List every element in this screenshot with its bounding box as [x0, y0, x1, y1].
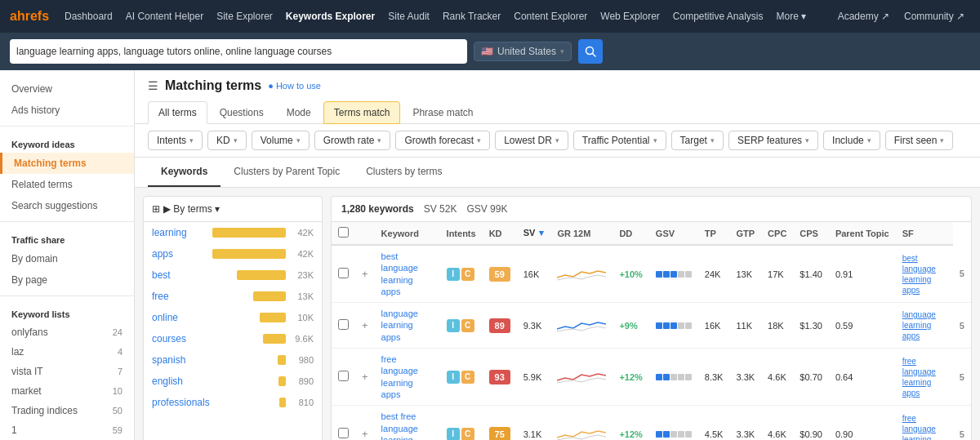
tab-phrase-match[interactable]: Phrase match	[402, 101, 483, 124]
sidebar-item-overview[interactable]: Overview	[0, 78, 134, 100]
view-tab-clusters-parent[interactable]: Clusters by Parent Topic	[220, 158, 353, 187]
filter-include[interactable]: Include ▾	[823, 131, 880, 150]
row-add-cell[interactable]: +	[355, 303, 375, 349]
search-input-wrap[interactable]	[10, 39, 467, 64]
keyword-link[interactable]: free language learning apps	[381, 354, 418, 399]
sidebar-item-laz[interactable]: laz 4	[0, 342, 134, 362]
sidebar-item-vista-it[interactable]: vista IT 7	[0, 362, 134, 381]
col-cps[interactable]: CPS	[793, 222, 829, 245]
add-button[interactable]: +	[362, 268, 368, 280]
sidebar-item-related-terms[interactable]: Related terms	[0, 174, 134, 195]
nav-academy[interactable]: Academy ↗	[832, 7, 895, 25]
col-keyword[interactable]: Keyword	[375, 222, 440, 245]
cluster-row[interactable]: apps 42K	[144, 243, 322, 264]
keyword-link[interactable]: language learning apps	[381, 309, 418, 342]
col-gsv[interactable]: GSV	[649, 222, 698, 245]
row-checkbox-cell[interactable]	[332, 303, 355, 349]
logo[interactable]: ahrefs	[10, 9, 49, 24]
tab-mode[interactable]: Mode	[276, 101, 322, 124]
row-checkbox[interactable]	[338, 371, 349, 381]
col-cpc[interactable]: CPC	[761, 222, 793, 245]
sidebar-item-by-domain[interactable]: By domain	[0, 248, 134, 269]
sidebar-item-onlyfans[interactable]: onlyfans 24	[0, 322, 134, 342]
select-all-checkbox[interactable]	[338, 227, 349, 238]
parent-topic-link[interactable]: best language learning apps	[902, 254, 936, 295]
add-button[interactable]: +	[362, 371, 368, 383]
row-checkbox[interactable]	[338, 428, 349, 438]
row-checkbox-cell[interactable]	[332, 349, 355, 406]
hamburger-icon[interactable]: ☰	[148, 79, 158, 92]
how-to-use-link[interactable]: ● How to use	[268, 81, 321, 91]
col-sf[interactable]: SF	[896, 222, 953, 245]
col-gr[interactable]: GR 12M	[550, 222, 612, 245]
sidebar-item-ads-history[interactable]: Ads history	[0, 100, 134, 121]
filter-lowest-dr[interactable]: Lowest DR ▾	[495, 131, 568, 150]
search-input[interactable]	[16, 46, 461, 57]
filter-serp-features[interactable]: SERP features ▾	[728, 131, 818, 150]
col-sv[interactable]: SV ▾	[517, 222, 551, 245]
add-button[interactable]: +	[362, 428, 368, 440]
filter-growth-forecast[interactable]: Growth forecast ▾	[395, 131, 490, 150]
sidebar-item-market[interactable]: market 10	[0, 381, 134, 401]
filter-growth-rate[interactable]: Growth rate ▾	[314, 131, 391, 150]
cluster-row[interactable]: spanish 980	[144, 349, 322, 371]
nav-dashboard[interactable]: Dashboard	[59, 7, 118, 25]
nav-site-explorer[interactable]: Site Explorer	[211, 7, 278, 25]
nav-ai-content[interactable]: AI Content Helper	[120, 7, 209, 25]
nav-keywords-explorer[interactable]: Keywords Explorer	[280, 7, 381, 25]
cluster-row[interactable]: free 13K	[144, 286, 322, 307]
row-checkbox[interactable]	[338, 319, 349, 330]
country-select[interactable]: 🇺🇸 United States ▾	[474, 42, 572, 61]
nav-community[interactable]: Community ↗	[898, 7, 970, 25]
col-parent-topic[interactable]: Parent Topic	[829, 222, 896, 245]
col-intents[interactable]: Intents	[440, 222, 483, 245]
cluster-row[interactable]: learning 42K	[144, 222, 322, 243]
col-kd[interactable]: KD	[483, 222, 517, 245]
filter-target[interactable]: Target ▾	[671, 131, 724, 150]
cluster-row[interactable]: best 23K	[144, 264, 322, 286]
cluster-row[interactable]: online 10K	[144, 307, 322, 328]
sidebar-item-by-page[interactable]: By page	[0, 269, 134, 291]
nav-more[interactable]: More ▾	[771, 7, 813, 25]
parent-topic-link[interactable]: free language learning apps	[902, 414, 936, 440]
cluster-row[interactable]: english 890	[144, 371, 322, 392]
tab-questions[interactable]: Questions	[209, 101, 274, 124]
nav-web-explorer[interactable]: Web Explorer	[595, 7, 665, 25]
row-checkbox-cell[interactable]	[332, 245, 355, 303]
sidebar-item-search-suggestions[interactable]: Search suggestions	[0, 195, 134, 216]
filter-first-seen[interactable]: First seen ▾	[885, 131, 954, 150]
sidebar-item-1[interactable]: 1 59	[0, 420, 134, 440]
view-tab-keywords[interactable]: Keywords	[148, 158, 220, 187]
nav-site-audit[interactable]: Site Audit	[382, 7, 435, 25]
filter-traffic-potential[interactable]: Traffic Potential ▾	[573, 131, 666, 150]
parent-topic-link[interactable]: free language learning apps	[902, 357, 936, 398]
search-button[interactable]	[578, 39, 603, 64]
add-button[interactable]: +	[362, 319, 368, 331]
tab-all-terms[interactable]: All terms	[148, 101, 207, 124]
col-dd[interactable]: DD	[612, 222, 648, 245]
cluster-panel-header[interactable]: ⊞ ▶ By terms ▾	[144, 197, 322, 222]
sidebar-item-matching-terms[interactable]: Matching terms	[0, 153, 134, 174]
parent-topic-link[interactable]: language learning apps	[902, 310, 936, 340]
filter-intents[interactable]: Intents ▾	[148, 131, 203, 150]
filter-kd[interactable]: KD ▾	[207, 131, 247, 150]
filter-volume[interactable]: Volume ▾	[252, 131, 310, 150]
keyword-link[interactable]: best free language learning apps	[381, 411, 418, 440]
nav-competitive-analysis[interactable]: Competitive Analysis	[667, 7, 769, 25]
nav-rank-tracker[interactable]: Rank Tracker	[437, 7, 506, 25]
col-tp[interactable]: TP	[698, 222, 730, 245]
tab-terms-match[interactable]: Terms match	[323, 101, 401, 124]
view-tab-clusters-terms[interactable]: Clusters by terms	[353, 158, 455, 187]
row-add-cell[interactable]: +	[355, 245, 375, 303]
sidebar-item-trading-indices[interactable]: Trading indices 50	[0, 401, 134, 420]
cluster-row[interactable]: professionals 810	[144, 392, 322, 413]
nav-content-explorer[interactable]: Content Explorer	[508, 7, 593, 25]
cluster-row[interactable]: courses 9.6K	[144, 328, 322, 349]
row-add-cell[interactable]: +	[355, 349, 375, 406]
row-checkbox-cell[interactable]	[332, 406, 355, 440]
col-gtp[interactable]: GTP	[729, 222, 761, 245]
gsv-badge: GSV 99K	[466, 203, 507, 215]
keyword-link[interactable]: best language learning apps	[381, 251, 418, 296]
row-add-cell[interactable]: +	[355, 406, 375, 440]
row-checkbox[interactable]	[338, 268, 349, 278]
